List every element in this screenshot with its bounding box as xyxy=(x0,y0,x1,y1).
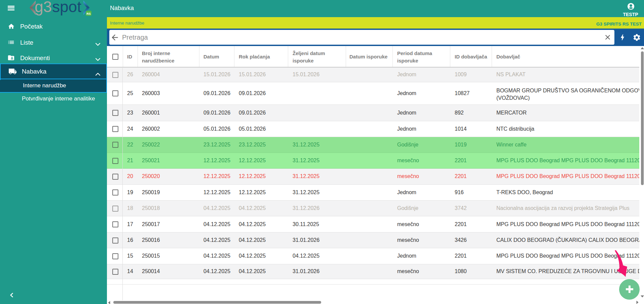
svg-text:g3: g3 xyxy=(35,0,52,15)
svg-text:RS: RS xyxy=(86,12,91,15)
svg-text:spot: spot xyxy=(52,0,81,15)
